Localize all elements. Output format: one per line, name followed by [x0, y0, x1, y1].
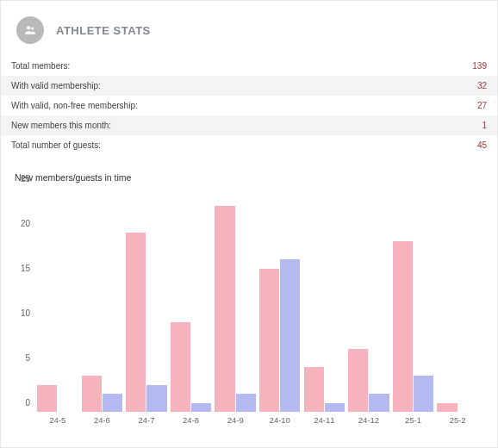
x-tick: 24-8 [169, 415, 214, 425]
bar-members [259, 269, 279, 412]
stat-value: 139 [472, 61, 487, 71]
stat-value: 27 [477, 101, 487, 110]
x-axis: 24-524-624-724-824-924-1024-1124-1225-12… [35, 415, 480, 425]
bar-guests [414, 376, 433, 412]
stat-label: With valid membership: [11, 81, 101, 90]
stat-value: 32 [477, 81, 487, 90]
x-tick: 24-10 [258, 415, 302, 425]
bar-group [258, 188, 302, 412]
stat-row: New members this month: 1 [1, 115, 497, 135]
chart-title: New members/guests in time [11, 164, 487, 188]
chart-section: New members/guests in time 0510152025 24… [1, 155, 497, 428]
y-tick: 25 [11, 174, 30, 184]
bar-guests [236, 394, 256, 412]
bar-guests [146, 385, 166, 412]
x-tick: 24-6 [80, 415, 125, 425]
stats-table: Total members: 139 With valid membership… [1, 56, 497, 155]
svg-point-1 [31, 27, 34, 29]
group-icon [16, 16, 44, 44]
bar-guests [325, 403, 345, 412]
stat-row: Total members: 139 [1, 56, 497, 76]
x-tick: 24-5 [35, 415, 80, 425]
bar-guests [191, 403, 211, 412]
bar-guests [103, 394, 122, 412]
bar-group [213, 188, 258, 412]
bar-members [304, 367, 324, 412]
bar-members [82, 376, 102, 412]
x-tick: 24-11 [302, 415, 347, 425]
stat-label: Total members: [11, 61, 70, 71]
stat-row: Total number of guests: 45 [1, 135, 497, 155]
bar-members [171, 322, 190, 412]
card-title: ATHLETE STATS [56, 24, 151, 37]
bar-guests [280, 259, 300, 412]
bar-guests [369, 394, 389, 412]
bar-members [437, 403, 457, 412]
x-tick: 25-2 [435, 415, 480, 425]
card-header: ATHLETE STATS [1, 1, 497, 56]
bar-group [124, 188, 169, 412]
bar-members [348, 349, 368, 412]
stat-value: 1 [482, 121, 487, 130]
bar-group [391, 188, 436, 412]
bars-container [35, 188, 480, 412]
stat-value: 45 [477, 140, 487, 150]
x-tick: 24-12 [346, 415, 391, 425]
stat-row: With valid, non-free membership: 27 [1, 96, 497, 115]
bar-members [393, 241, 413, 412]
stat-label: New members this month: [11, 121, 111, 130]
x-tick: 25-1 [391, 415, 436, 425]
bar-members [126, 233, 146, 412]
bar-group [302, 188, 347, 412]
stat-label: Total number of guests: [11, 140, 101, 150]
bar-group [169, 188, 214, 412]
bar-group [35, 188, 80, 412]
y-tick: 20 [11, 219, 30, 228]
x-tick: 24-9 [213, 415, 258, 425]
bar-group [80, 188, 125, 412]
y-tick: 5 [11, 353, 30, 363]
y-tick: 0 [11, 398, 30, 408]
svg-point-0 [27, 26, 30, 29]
bar-group [346, 188, 391, 412]
stat-label: With valid, non-free membership: [11, 101, 138, 110]
bar-members [215, 206, 234, 412]
x-tick: 24-7 [124, 415, 169, 425]
y-tick: 10 [11, 308, 30, 318]
chart-plot: 0510152025 [35, 188, 480, 412]
bar-members [37, 385, 57, 412]
bar-group [435, 188, 480, 412]
y-tick: 15 [11, 264, 30, 273]
athlete-stats-card: ATHLETE STATS Total members: 139 With va… [0, 0, 498, 448]
stat-row: With valid membership: 32 [1, 76, 497, 96]
